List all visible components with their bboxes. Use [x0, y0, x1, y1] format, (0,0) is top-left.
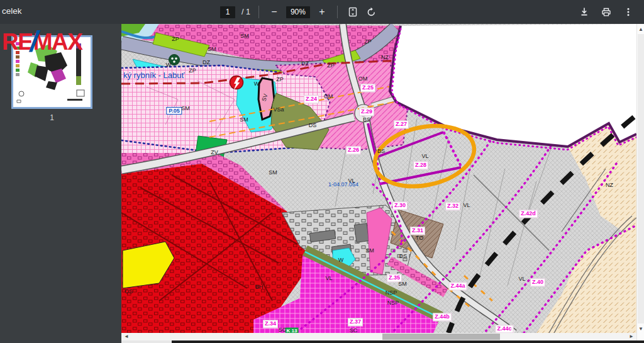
map-label-w: W [338, 257, 344, 263]
remax-logo-max: MAX [33, 29, 82, 55]
map-label-k-13: K 13 [286, 328, 299, 334]
scroll-left-arrow[interactable]: ◄ [123, 333, 130, 340]
map-label-sm: SM [240, 33, 249, 39]
map-label-zp: ZP [189, 67, 196, 74]
toolbar-right-controls [577, 0, 635, 24]
map-label-to: TO [416, 235, 423, 241]
map-label-z-31: Z.31 [410, 227, 425, 235]
rotate-icon [366, 7, 377, 18]
map-label-bs: BS [377, 148, 385, 154]
pdf-viewer-window: celek 1 / 1 − 90% + [0, 0, 644, 343]
scrollbar-corner [121, 340, 172, 343]
map-label-nsp: NSP [387, 300, 399, 306]
zoning-map-page[interactable]: Z.24Z.25Z.26Z.27Z.28Z.29Z.30Z.31Z.32Z.34… [121, 24, 636, 333]
window-bottom-edge [172, 340, 644, 343]
map-label-nz: NZ [381, 54, 389, 60]
map-label-z-27: Z.27 [394, 120, 409, 128]
map-label-vl: VL [325, 275, 332, 281]
thumbnail-sidebar: 1 [0, 24, 121, 343]
zoom-in-button[interactable]: + [315, 4, 329, 20]
map-label-vl: VL [463, 202, 470, 208]
map-label-w: W [166, 62, 172, 68]
toolbar-divider [258, 6, 259, 18]
map-label-sm: SM [208, 46, 216, 52]
map-label-z-44a: Z.44a [448, 282, 467, 290]
map-label-vl: VL [421, 153, 428, 159]
map-label-zp: ZP [172, 36, 179, 42]
map-label-zp: ZP [327, 62, 335, 69]
zoom-level-input[interactable]: 90% [286, 6, 310, 18]
kebab-menu-icon [624, 7, 633, 17]
map-label-z-32: Z.32 [445, 202, 460, 210]
map-label-zp: ZP [364, 38, 372, 45]
download-icon [579, 7, 589, 17]
thumbnail-page-number: 1 [0, 113, 104, 122]
remax-logo-re: RE [2, 29, 32, 55]
map-label-nz: NZ [606, 182, 613, 188]
map-label-z-28: Z.28 [413, 161, 428, 169]
map-label-sm: SM [240, 116, 248, 123]
remax-logo-slash: / [30, 25, 36, 58]
map-label-nsp: NSP [386, 290, 397, 296]
map-label-sc: SC [350, 327, 358, 333]
map-label-sv: SV [261, 93, 269, 102]
map-label-p-05: P.05 [166, 107, 182, 115]
map-label-z-26: Z.26 [346, 146, 361, 154]
print-button[interactable] [599, 4, 613, 20]
horizontal-scrollbar-thumb[interactable] [382, 334, 500, 340]
rotate-button[interactable] [365, 4, 379, 20]
map-label-ds: DS [399, 253, 408, 259]
map-label-vl: VL [518, 276, 525, 282]
map-label-zv: ZV [211, 149, 218, 155]
map-label-bs: BS [363, 116, 370, 123]
pdf-toolbar: celek 1 / 1 − 90% + [0, 0, 644, 24]
map-label-z-37: Z.37 [348, 318, 363, 326]
map-label-dz: DZ [203, 59, 210, 65]
map-label-layer: Z.24Z.25Z.26Z.27Z.28Z.29Z.30Z.31Z.32Z.34… [121, 24, 636, 333]
map-label-dz: DZ [301, 60, 309, 67]
vertical-scrollbar[interactable]: ▲ ▼ [636, 24, 644, 343]
map-label-om: OM [358, 76, 368, 82]
toolbar-center-controls: 1 / 1 − 90% + [220, 0, 379, 24]
zoom-out-button[interactable]: − [267, 4, 281, 20]
map-label-zp: ZP [276, 76, 284, 82]
map-label-sm: SM [365, 247, 374, 254]
map-label-z-42d: Z.42d [519, 210, 538, 218]
map-label-bh: BH [255, 284, 264, 290]
page-count-label: / 1 [242, 8, 250, 16]
document-title: celek [2, 6, 22, 16]
map-label-vl: VL [348, 177, 355, 184]
map-label-z-40: Z.40 [530, 278, 545, 286]
map-label-ds: DS [309, 122, 317, 128]
map-label-z-44c: Z.44c [495, 325, 513, 333]
map-label-k-rybn-k-labu-: ký rybník - Labuť [123, 70, 184, 80]
scroll-down-arrow[interactable]: ▼ [637, 325, 644, 333]
map-label-z-24: Z.24 [304, 95, 319, 103]
print-icon [601, 7, 611, 17]
map-label-z-44b: Z.44b [433, 313, 452, 321]
horizontal-scrollbar[interactable]: ◄ ► [121, 333, 636, 340]
download-button[interactable] [577, 4, 591, 20]
map-label-sm: SM [269, 169, 277, 176]
map-label-z-34: Z.34 [263, 320, 278, 328]
map-label-sm: SM [181, 105, 190, 111]
map-label-w: W [254, 81, 260, 87]
scroll-right-arrow[interactable]: ► [628, 333, 635, 340]
vertical-scrollbar-thumb[interactable] [638, 34, 644, 323]
fit-to-page-button[interactable] [346, 4, 360, 20]
map-label-sm: SM [398, 281, 407, 287]
fit-page-icon [348, 7, 358, 17]
scroll-up-arrow[interactable]: ▲ [637, 26, 644, 33]
toolbar-divider [337, 6, 338, 18]
map-label-vsa: VSa [273, 106, 284, 113]
map-label-z-30: Z.30 [392, 201, 408, 210]
map-label-z-29: Z.29 [359, 108, 374, 116]
map-label-os: OS [125, 288, 133, 295]
map-label-om: OM [324, 93, 333, 99]
map-label-z-25: Z.25 [360, 84, 375, 92]
page-number-input[interactable]: 1 [220, 6, 235, 18]
remax-logo: RE/MAX [2, 25, 82, 54]
map-label-sc: SC [279, 327, 287, 333]
more-options-button[interactable] [621, 4, 635, 20]
